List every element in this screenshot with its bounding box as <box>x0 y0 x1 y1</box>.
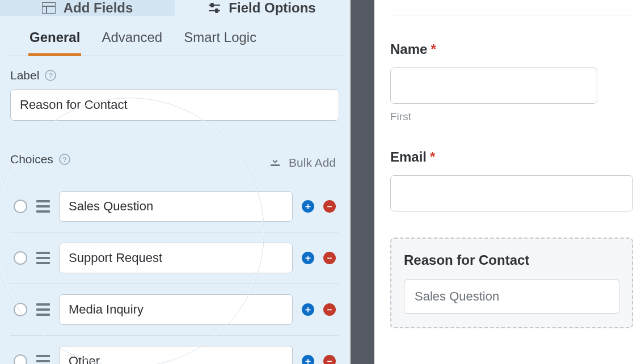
name-label: Name <box>390 41 427 57</box>
choice-input[interactable] <box>59 346 293 364</box>
selected-field-label: Reason for Contact <box>404 252 619 268</box>
tab-field-options[interactable]: Field Options <box>175 0 349 16</box>
choice-input[interactable] <box>59 294 293 325</box>
top-tabbar: Add Fields Field Options <box>0 0 349 16</box>
remove-choice-button[interactable]: － <box>323 355 336 364</box>
add-fields-icon <box>42 2 56 14</box>
preview-name-field: Name* First <box>390 41 633 123</box>
label-section: Label ? <box>0 56 349 121</box>
remove-choice-button[interactable]: － <box>323 303 336 316</box>
tab-add-fields-label: Add Fields <box>64 0 133 16</box>
label-input[interactable] <box>10 89 339 121</box>
name-first-sublabel: First <box>390 111 633 123</box>
sub-tabbar: General Advanced Smart Logic <box>6 16 344 56</box>
choice-input[interactable] <box>59 243 293 273</box>
help-icon[interactable]: ? <box>59 154 70 165</box>
choice-row: ＋－ <box>10 335 339 364</box>
preview-email-field: Email* <box>390 149 633 211</box>
subtab-general[interactable]: General <box>29 29 80 56</box>
add-choice-button[interactable]: ＋ <box>302 252 314 264</box>
help-icon[interactable]: ? <box>45 70 56 81</box>
tab-add-fields[interactable]: Add Fields <box>0 0 175 16</box>
field-options-panel: Add Fields Field Options General Advance… <box>0 0 351 364</box>
svg-rect-0 <box>42 2 56 14</box>
choice-row: ＋－ <box>10 232 339 283</box>
label-title: Label <box>10 69 39 82</box>
drag-handle-icon[interactable] <box>36 355 50 364</box>
drag-handle-icon[interactable] <box>36 200 50 213</box>
required-asterisk: * <box>430 149 435 164</box>
choices-title: Choices <box>10 153 53 166</box>
svg-rect-4 <box>211 3 213 7</box>
choice-row: ＋－ <box>10 181 339 232</box>
dropdown-value: Sales Question <box>415 289 499 304</box>
choices-section: Choices ? Bulk Add ＋－＋－＋－＋－ <box>0 121 349 364</box>
choice-default-radio[interactable] <box>14 200 27 213</box>
drag-handle-icon[interactable] <box>36 252 50 264</box>
form-preview: Name* First Email* Reason for Contact Sa… <box>374 0 633 364</box>
sliders-icon <box>208 2 221 14</box>
email-label: Email <box>390 149 427 164</box>
add-choice-button[interactable]: ＋ <box>302 303 314 316</box>
remove-choice-button[interactable]: － <box>323 200 336 213</box>
bulk-add-button[interactable]: Bulk Add <box>269 156 336 170</box>
divider <box>390 15 633 15</box>
choices-list: ＋－＋－＋－＋－ <box>10 181 339 364</box>
name-first-input[interactable] <box>390 67 597 104</box>
subtab-smart-logic[interactable]: Smart Logic <box>184 29 256 56</box>
download-icon <box>269 156 281 170</box>
bulk-add-label: Bulk Add <box>289 156 336 170</box>
choice-default-radio[interactable] <box>14 251 27 265</box>
preview-selected-field[interactable]: Reason for Contact Sales Question <box>390 238 633 328</box>
email-input[interactable] <box>390 175 633 211</box>
drag-handle-icon[interactable] <box>36 303 50 316</box>
add-choice-button[interactable]: ＋ <box>302 355 314 364</box>
panel-divider <box>351 0 374 364</box>
choice-default-radio[interactable] <box>14 354 27 364</box>
choice-input[interactable] <box>59 191 293 222</box>
selected-field-dropdown[interactable]: Sales Question <box>404 280 619 314</box>
app-root: Add Fields Field Options General Advance… <box>0 0 633 364</box>
choice-default-radio[interactable] <box>14 303 27 316</box>
required-asterisk: * <box>431 41 436 57</box>
svg-rect-6 <box>216 9 218 12</box>
subtab-advanced[interactable]: Advanced <box>102 29 162 56</box>
tab-field-options-label: Field Options <box>229 0 315 16</box>
choice-row: ＋－ <box>10 283 339 335</box>
remove-choice-button[interactable]: － <box>323 252 336 264</box>
add-choice-button[interactable]: ＋ <box>302 200 314 213</box>
